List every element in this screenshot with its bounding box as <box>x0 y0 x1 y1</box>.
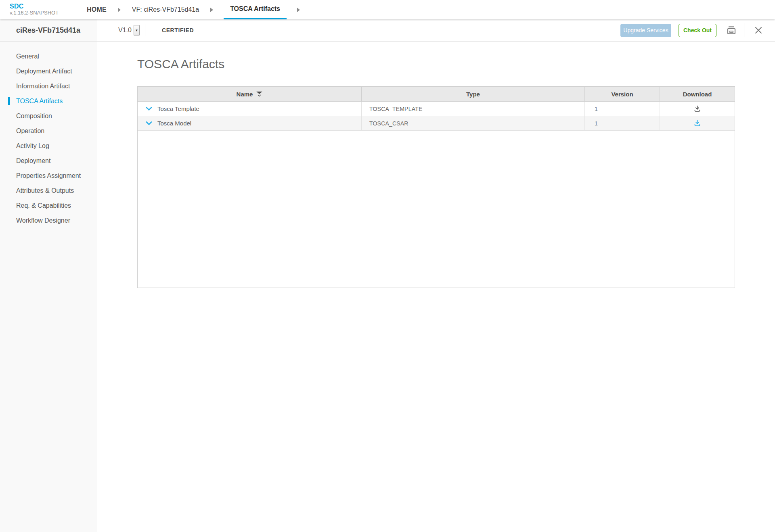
sidebar-item-deployment-artifact[interactable]: Deployment Artifact <box>0 64 97 79</box>
breadcrumb-home[interactable]: HOME <box>86 0 107 19</box>
column-header-label: Type <box>466 91 480 98</box>
expand-chevron-icon[interactable] <box>146 121 152 125</box>
sidebar-menu: General Deployment Artifact Information … <box>0 42 97 228</box>
column-header-name[interactable]: Name <box>138 87 362 101</box>
table-row: Tosca Template TOSCA_TEMPLATE 1 <box>138 102 735 116</box>
upgrade-services-button[interactable]: Upgrade Services <box>620 24 671 37</box>
active-indicator <box>8 97 10 105</box>
sidebar-item-label: Operation <box>16 127 44 135</box>
sidebar-item-activity-log[interactable]: Activity Log <box>0 138 97 153</box>
sidebar-item-label: Attributes & Outputs <box>16 187 74 194</box>
page-title: TOSCA Artifacts <box>137 57 224 71</box>
artifact-name: Tosca Model <box>157 120 191 127</box>
sidebar-item-label: Deployment Artifact <box>16 68 72 75</box>
sidebar-item-label: Properties Assignment <box>16 172 81 179</box>
chevron-down-icon: ▾ <box>136 28 138 32</box>
sidebar-item-req-capabilities[interactable]: Req. & Capabilities <box>0 198 97 213</box>
column-header-label: Name <box>237 91 253 98</box>
artifact-version: 1 <box>585 102 660 116</box>
resource-title: ciRes-VFb715d41a <box>16 26 80 35</box>
table-header-row: Name Type Version Download <box>138 87 735 102</box>
column-header-label: Download <box>683 91 712 98</box>
divider <box>145 24 145 36</box>
divider <box>744 23 744 37</box>
breadcrumb-tosca-artifacts[interactable]: TOSCA Artifacts <box>224 0 287 19</box>
version-select[interactable]: ▾ <box>134 25 140 35</box>
sidebar-item-workflow-designer[interactable]: Workflow Designer <box>0 213 97 228</box>
sidebar-item-tosca-artifacts[interactable]: TOSCA Artifacts <box>0 94 97 108</box>
column-header-type[interactable]: Type <box>362 87 585 101</box>
sidebar: ciRes-VFb715d41a General Deployment Arti… <box>0 19 97 532</box>
sidebar-item-label: General <box>16 53 39 60</box>
expand-chevron-icon[interactable] <box>146 107 152 111</box>
sidebar-item-operation[interactable]: Operation <box>0 123 97 138</box>
sidebar-item-label: Composition <box>16 113 52 120</box>
sidebar-item-deployment[interactable]: Deployment <box>0 153 97 168</box>
sidebar-item-label: Information Artifact <box>16 83 70 90</box>
column-header-version[interactable]: Version <box>585 87 660 101</box>
app-logo[interactable]: SDC v.1.16.2-SNAPSHOT <box>10 3 59 16</box>
check-out-button[interactable]: Check Out <box>679 24 716 37</box>
sidebar-item-label: Deployment <box>16 157 50 165</box>
artifact-version: 1 <box>585 116 660 130</box>
lifecycle-status-badge: CERTIFIED <box>162 27 194 33</box>
sidebar-header: ciRes-VFb715d41a <box>0 19 97 42</box>
sidebar-item-information-artifact[interactable]: Information Artifact <box>0 79 97 94</box>
breadcrumb-vf[interactable]: VF: ciRes-VFb715d41a <box>131 0 200 19</box>
tosca-artifacts-table: Name Type Version Download Tosca Templat… <box>137 86 735 288</box>
download-icon[interactable] <box>693 105 701 113</box>
breadcrumb: HOME VF: ciRes-VFb715d41a TOSCA Artifact… <box>86 0 310 19</box>
version-label: V1.0 <box>118 27 132 34</box>
app-logo-text: SDC <box>10 3 59 10</box>
sort-icon <box>256 92 262 97</box>
main-content: TOSCA Artifacts Name Type Version Downlo… <box>97 42 775 532</box>
sidebar-item-label: Req. & Capabilities <box>16 202 71 209</box>
sidebar-item-composition[interactable]: Composition <box>0 108 97 123</box>
breadcrumb-separator-icon <box>297 0 300 19</box>
sidebar-item-attributes-outputs[interactable]: Attributes & Outputs <box>0 183 97 198</box>
sidebar-item-properties-assignment[interactable]: Properties Assignment <box>0 168 97 183</box>
sidebar-item-label: Workflow Designer <box>16 217 70 224</box>
sidebar-item-label: TOSCA Artifacts <box>16 98 63 105</box>
artifact-name: Tosca Template <box>157 105 199 112</box>
top-bar: SDC v.1.16.2-SNAPSHOT HOME VF: ciRes-VFb… <box>0 0 775 19</box>
column-header-label: Version <box>611 91 633 98</box>
breadcrumb-separator-icon <box>210 0 213 19</box>
sidebar-item-label: Activity Log <box>16 142 49 150</box>
print-icon[interactable] <box>725 24 737 36</box>
resource-toolbar: V1.0 ▾ CERTIFIED Upgrade Services Check … <box>97 19 775 42</box>
sidebar-item-general[interactable]: General <box>0 49 97 64</box>
artifact-type: TOSCA_TEMPLATE <box>362 102 585 116</box>
app-version: v.1.16.2-SNAPSHOT <box>10 10 59 16</box>
download-icon[interactable] <box>693 119 701 127</box>
table-row: Tosca Model TOSCA_CSAR 1 <box>138 116 735 131</box>
breadcrumb-separator-icon <box>118 0 121 19</box>
close-icon[interactable] <box>752 24 765 36</box>
artifact-type: TOSCA_CSAR <box>362 116 585 130</box>
column-header-download[interactable]: Download <box>660 87 735 101</box>
